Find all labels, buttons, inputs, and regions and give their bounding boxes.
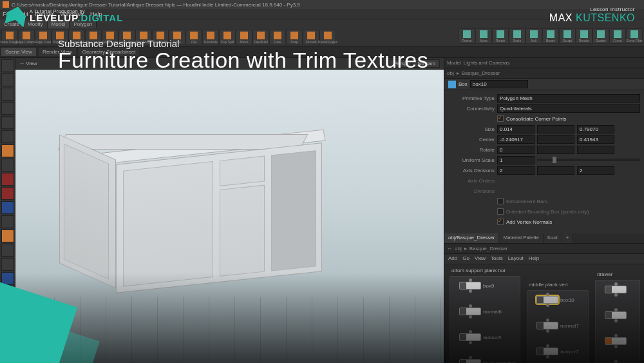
instructor-credit: Lesson Instructor MAX KUTSENKO — [549, 6, 635, 24]
instructor-name: MAX KUTSENKO — [549, 12, 635, 24]
tutorial-title-block: Substance Designer Tutorial Furniture Cr… — [0, 29, 644, 363]
logo-icon — [5, 5, 28, 28]
instructor-role: Lesson Instructor — [549, 6, 635, 12]
tutorial-title: Furniture Creation with Trim Textures — [58, 49, 631, 354]
brand-logo: A Tutorial Production by LEVELUP.DIGITAL — [6, 6, 123, 26]
logo-text: LEVELUP.DIGITAL — [30, 12, 123, 23]
